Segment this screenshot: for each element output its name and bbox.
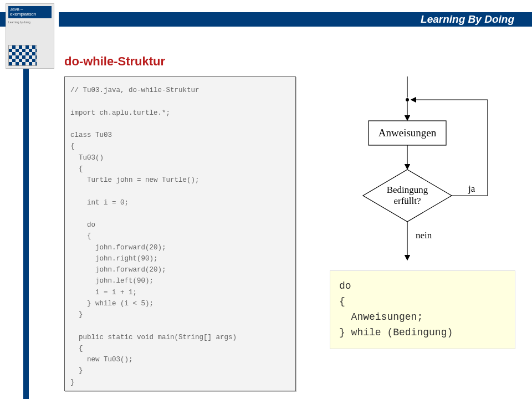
book-title-line2: exemplarisch <box>10 12 36 17</box>
syntax-box: do { Anweisungen; } while (Bedingung) <box>330 270 515 349</box>
book-title: Java – exemplarisch <box>8 6 52 18</box>
book-subtitle: Learning by doing <box>8 21 52 24</box>
flowchart-yes-label: ja <box>468 183 475 194</box>
section-title: do-while-Struktur <box>64 54 165 69</box>
flowchart-diamond-line1: Bedingung <box>387 185 428 195</box>
flowchart: Anweisungen Bedingung erfüllt? ja nein <box>319 76 521 265</box>
flowchart-diamond-line2: erfüllt? <box>393 196 421 206</box>
flowchart-box-label: Anweisungen <box>378 127 437 139</box>
book-cover: Java – exemplarisch Learning by doing <box>6 3 54 69</box>
page-header-title: Learning By Doing <box>421 13 514 25</box>
left-stripe <box>23 27 29 399</box>
flowchart-no-label: nein <box>416 230 432 241</box>
book-title-line1: Java – <box>10 7 23 12</box>
svg-point-1 <box>406 98 409 101</box>
book-checker-icon <box>8 45 37 66</box>
code-sample: // Tu03.java, do-while-Struktur import c… <box>64 76 296 391</box>
